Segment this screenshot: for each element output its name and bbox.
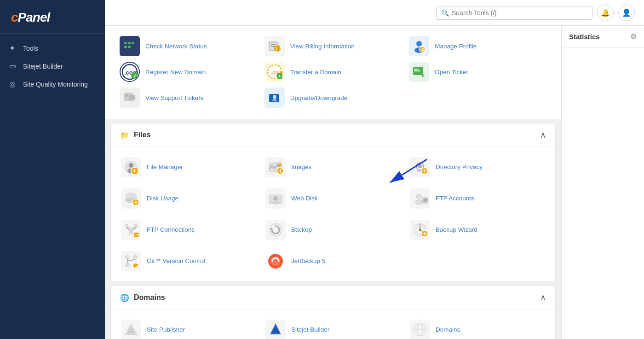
svg-text:i: i xyxy=(276,46,277,51)
bell-icon: 🔔 xyxy=(601,8,610,17)
dir-privacy-label: Directory Privacy xyxy=(436,163,483,171)
stats-title: Statistics xyxy=(569,33,600,41)
ftp-connections-label: FTP Connections xyxy=(147,226,195,234)
svg-point-78 xyxy=(419,229,421,231)
svg-rect-3 xyxy=(124,46,127,48)
list-item[interactable]: ? View Support Tickets xyxy=(116,85,261,111)
ticket-icon xyxy=(409,62,429,82)
domains-section-title: 🌐 Domains xyxy=(120,293,165,302)
list-item[interactable]: git Git™ Version Control xyxy=(116,245,261,277)
svg-point-10 xyxy=(416,41,422,47)
list-item[interactable]: Domains xyxy=(405,314,550,339)
svg-rect-1 xyxy=(128,42,131,44)
stats-header: Statistics ⚙ xyxy=(562,26,644,48)
files-section-header: 📁 Files ∧ xyxy=(111,123,555,147)
list-item[interactable]: i View Billing Information xyxy=(261,33,406,59)
svg-text:⚙: ⚙ xyxy=(421,47,425,52)
list-item[interactable]: Web Disk xyxy=(261,183,405,214)
upgrade-icon xyxy=(264,88,285,108)
check-network-label: Check Network Status xyxy=(145,43,207,50)
site-publisher-label: Site Publisher xyxy=(147,326,185,334)
backup-label: Backup xyxy=(291,226,312,234)
svg-rect-49 xyxy=(425,169,426,173)
logo: cPanel xyxy=(0,0,105,34)
network-icon xyxy=(120,36,140,56)
domain-icon: .com ✓ xyxy=(120,62,140,82)
search-bar[interactable]: 🔍 xyxy=(436,6,592,20)
images-label: Images xyxy=(291,163,311,171)
svg-text:✓: ✓ xyxy=(133,73,137,78)
user-button[interactable]: 👤 xyxy=(618,5,635,21)
sidebar-nav: ✦ Tools ▭ Sitejet Builder ◎ Site Quality… xyxy=(0,34,105,99)
sidebar-item-tools[interactable]: ✦ Tools xyxy=(0,39,105,57)
open-ticket-label: Open Ticket xyxy=(435,69,468,76)
svg-point-8 xyxy=(274,45,281,52)
search-icon: 🔍 xyxy=(441,9,449,17)
list-item[interactable]: .com ✓ Register New Domain xyxy=(116,59,261,85)
list-item[interactable]: Disk Usage xyxy=(116,183,261,214)
svg-point-60 xyxy=(416,194,422,199)
sidebar-item-sitejet[interactable]: ▭ Sitejet Builder xyxy=(0,57,105,75)
web-disk-label: Web Disk xyxy=(291,194,318,203)
list-item[interactable]: FTP FTP Accounts xyxy=(405,183,550,214)
svg-point-66 xyxy=(129,231,133,234)
git-label: Git™ Version Control xyxy=(147,257,205,265)
stats-settings-icon[interactable]: ⚙ xyxy=(630,32,637,41)
list-item[interactable]: FTP FTP Connections xyxy=(116,214,261,245)
list-item[interactable]: Images xyxy=(261,152,405,183)
sitejet-label: Sitejet Builder xyxy=(291,326,329,334)
web-disk-icon xyxy=(265,188,286,209)
sidebar: cPanel ✦ Tools ▭ Sitejet Builder ◎ Site … xyxy=(0,0,105,339)
list-item[interactable]: Directory Privacy xyxy=(405,152,550,183)
svg-point-44 xyxy=(418,164,422,168)
svg-rect-24 xyxy=(414,70,420,71)
list-item[interactable]: Check Network Status xyxy=(116,33,261,59)
content-area: Check Network Status i Vie xyxy=(105,26,644,339)
files-collapse-button[interactable]: ∧ xyxy=(540,130,546,140)
file-manager-label: File Manager xyxy=(147,163,183,171)
list-item[interactable]: Open Ticket xyxy=(405,59,550,85)
notifications-button[interactable]: 🔔 xyxy=(597,5,614,21)
upgrade-label: Upgrade/Downgrade xyxy=(290,94,348,101)
jetbackup-label: JetBackup 5 xyxy=(291,257,325,265)
list-item[interactable]: Site Publisher xyxy=(116,314,261,339)
ftp-accounts-label: FTP Accounts xyxy=(436,194,474,203)
list-item[interactable]: .com + Transfer a Domain xyxy=(261,59,406,85)
header: 🔍 🔔 👤 xyxy=(105,0,644,26)
list-item[interactable]: File Manager xyxy=(116,152,261,183)
search-input[interactable] xyxy=(452,9,587,17)
backup-icon xyxy=(265,220,286,240)
svg-marker-94 xyxy=(271,325,280,333)
domains-collapse-button[interactable]: ∧ xyxy=(540,292,546,303)
svg-text:FTP: FTP xyxy=(135,234,140,237)
svg-rect-23 xyxy=(414,69,419,70)
svg-point-33 xyxy=(129,163,133,168)
list-item[interactable]: ⚙ Manage Profile xyxy=(405,33,550,59)
domains-label: Domains xyxy=(436,326,460,334)
list-item[interactable]: Backup xyxy=(261,214,405,245)
stats-panel: Statistics ⚙ xyxy=(561,26,644,339)
support-icon: ? xyxy=(120,88,140,108)
site-publisher-icon xyxy=(121,320,141,339)
profile-icon: ⚙ xyxy=(409,36,429,56)
disk-usage-label: Disk Usage xyxy=(147,194,178,203)
svg-rect-59 xyxy=(270,202,281,204)
backup-wizard-icon xyxy=(410,220,430,240)
billing-icon: i xyxy=(264,36,285,56)
list-item[interactable]: Sitejet Builder xyxy=(261,314,405,339)
ftp-accounts-icon: FTP xyxy=(410,188,430,209)
svg-rect-0 xyxy=(124,42,127,44)
register-domain-label: Register New Domain xyxy=(145,69,206,76)
svg-rect-28 xyxy=(129,95,135,100)
main-panel: Check Network Status i Vie xyxy=(105,26,561,339)
files-section-title: 📁 Files xyxy=(120,131,150,140)
sitejet-builder-icon xyxy=(265,320,286,339)
sidebar-item-sitequality[interactable]: ◎ Site Quality Monitoring xyxy=(0,75,105,93)
svg-point-65 xyxy=(134,224,138,228)
list-item[interactable]: JetBackup 5 xyxy=(261,245,405,277)
list-item[interactable]: Upgrade/Downgrade xyxy=(261,85,406,111)
domains-items-grid: Site Publisher Sitejet Builder xyxy=(111,310,555,339)
jetbackup-icon xyxy=(265,251,286,271)
sidebar-item-label: Tools xyxy=(23,45,38,52)
list-item[interactable]: Backup Wizard xyxy=(405,214,550,245)
